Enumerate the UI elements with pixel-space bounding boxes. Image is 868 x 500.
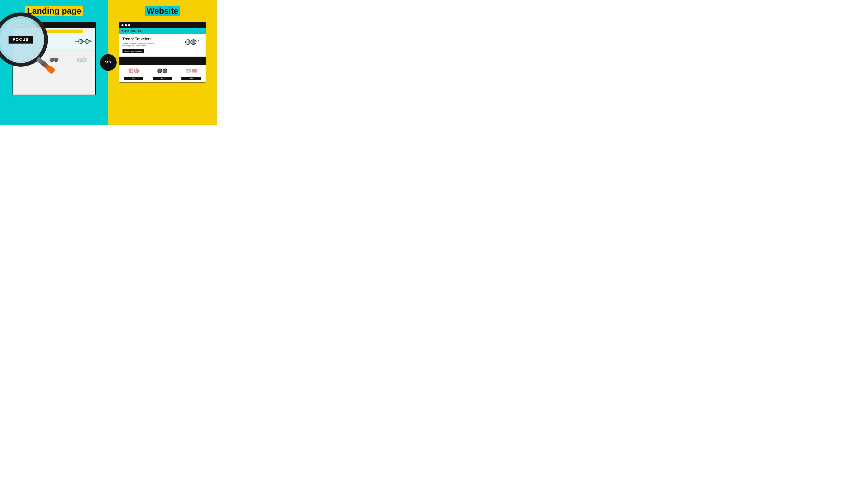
question-bubble: ?? xyxy=(100,54,117,71)
nav-link-women[interactable]: Women xyxy=(122,30,129,32)
focus-label: FOCUS xyxy=(9,36,33,44)
right-product-cell-3: ADD xyxy=(177,65,206,82)
left-grid-cell-3 xyxy=(68,50,95,69)
browser-close-icon: × xyxy=(80,30,82,33)
right-title-text: Website xyxy=(145,6,180,16)
glasses-light-icon xyxy=(75,56,88,63)
right-hero-description: Explore the selection of shades that wil… xyxy=(123,42,156,47)
right-divider-bar xyxy=(119,57,206,65)
right-product-cell-1: ADD xyxy=(119,65,148,82)
svg-point-76 xyxy=(163,69,167,73)
magnifying-glass: FOCUS xyxy=(0,12,60,79)
right-hero-content: Trend: Travelers Explore the selection o… xyxy=(123,37,182,53)
watch-more-products-button[interactable]: Watch more products xyxy=(123,49,144,53)
right-browser-nav: Women Man Kid 🛒 xyxy=(119,28,206,34)
right-browser-dot-1 xyxy=(122,24,124,26)
add-product-1-button[interactable]: ADD xyxy=(124,77,144,80)
right-hero-image xyxy=(182,37,203,47)
product-glasses-3d xyxy=(184,67,198,75)
svg-point-42 xyxy=(82,58,86,62)
left-panel: Landing page × raight to n xyxy=(0,0,108,125)
cart-icon[interactable]: 🛒 xyxy=(200,29,204,33)
product-glasses-dark xyxy=(156,67,169,75)
nav-link-kid[interactable]: Kid xyxy=(138,30,141,32)
svg-line-13 xyxy=(89,40,92,41)
right-browser-titlebar xyxy=(119,23,206,28)
add-product-2-button[interactable]: ADD xyxy=(153,77,172,80)
product-glasses-orange xyxy=(126,67,141,75)
magnify-handle xyxy=(36,57,55,74)
add-product-3-button[interactable]: ADD xyxy=(181,77,201,80)
svg-rect-80 xyxy=(186,69,190,72)
right-panel-title: Website xyxy=(145,6,180,16)
svg-point-75 xyxy=(158,69,162,73)
svg-point-41 xyxy=(77,58,81,62)
svg-rect-81 xyxy=(192,69,197,72)
right-browser-dot-3 xyxy=(128,24,130,26)
right-product-cell-2: ADD xyxy=(148,65,177,82)
hero-glasses-striped xyxy=(76,37,92,46)
magnify-inner-ring: FOCUS xyxy=(0,19,42,60)
right-product-grid: ADD ADD xyxy=(119,65,206,82)
right-hero-section: Trend: Travelers Explore the selection o… xyxy=(119,34,206,57)
right-panel: Website Women Man Kid 🛒 Trend: Travelers… xyxy=(108,0,217,125)
question-marks-text: ?? xyxy=(105,59,112,66)
right-hero-glasses-icon xyxy=(183,37,202,47)
right-hero-title: Trend: Travelers xyxy=(123,37,182,41)
comparison-container: Landing page × raight to n xyxy=(0,0,217,125)
nav-link-man[interactable]: Man xyxy=(132,30,136,32)
svg-line-60 xyxy=(196,40,199,42)
right-browser-mock: Women Man Kid 🛒 Trend: Travelers Explore… xyxy=(119,22,206,82)
right-browser-dot-2 xyxy=(125,24,127,26)
